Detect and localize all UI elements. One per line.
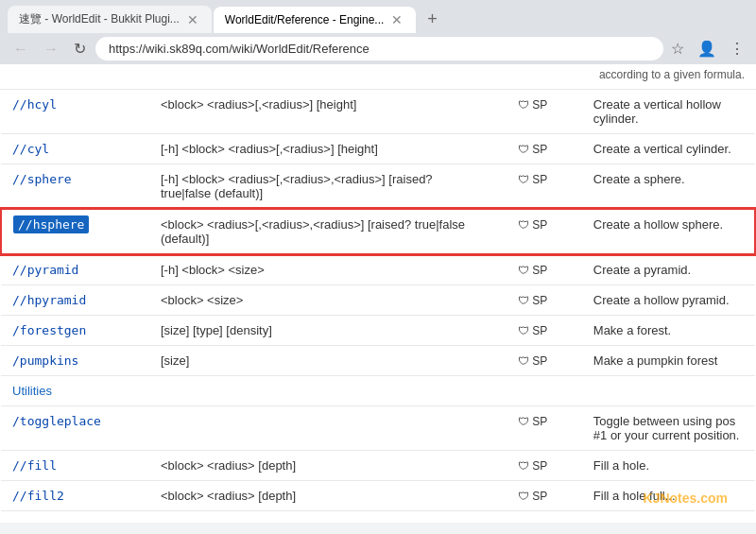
args-cell [149, 406, 483, 451]
perm-badge: 🛡 SP [518, 415, 547, 428]
desc-cell-highlighted: Create a hollow sphere. [582, 209, 755, 254]
profile-icon[interactable]: 👤 [694, 38, 720, 60]
new-tab-button[interactable]: + [418, 6, 447, 33]
toolbar-icons: ☆ 👤 ⋮ [667, 38, 748, 60]
cmd-cell: /forestgen [1, 316, 149, 346]
args-cell: <block> <radius> [depth] [149, 481, 483, 511]
perm-cell: 🛡 SP [483, 346, 582, 376]
cmd-cell: //cyl [1, 134, 149, 164]
cmd-link[interactable]: //fill [12, 458, 57, 473]
top-fade-section: according to a given formula. [0, 64, 756, 90]
perm-badge: 🛡 SP [518, 459, 547, 473]
cmd-cell: //pyramid [1, 254, 149, 285]
tab-2-title: WorldEdit/Reference - Engine... [225, 13, 385, 26]
watermark: KJNotes.com [644, 491, 728, 506]
cmd-link[interactable]: //hcyl [12, 97, 57, 112]
back-button[interactable]: ← [8, 39, 34, 60]
perm-cell: 🛡 SP [483, 254, 582, 285]
perm-cell: 🛡 SP [483, 481, 582, 511]
desc-cell: Create a sphere. [582, 164, 755, 210]
cmd-cell: /pumpkins [1, 346, 149, 376]
perm-cell: 🛡 SP [483, 451, 582, 481]
table-row: //sphere [-h] <block> <radius>[,<radius>… [1, 164, 755, 210]
cmd-cell: //sphere [1, 164, 149, 210]
address-bar: ← → ↻ ☆ 👤 ⋮ [0, 33, 756, 64]
tab-1-close[interactable]: ✕ [185, 12, 200, 27]
table-row: //fill <block> <radius> [depth] 🛡 SP Fil… [1, 451, 755, 481]
perm-badge: 🛡 SP [518, 143, 547, 156]
cmd-cell: //fill [1, 451, 149, 481]
perm-badge: 🛡 SP [518, 218, 547, 232]
desc-cell: Toggle between using pos #1 or your curr… [582, 406, 755, 451]
perm-cell: 🛡 SP [483, 134, 582, 164]
tab-2[interactable]: WorldEdit/Reference - Engine... ✕ [214, 7, 417, 33]
args-cell: <block> <radius>[,<radius>] [height] [149, 90, 483, 134]
utilities-link[interactable]: Utilities [12, 384, 52, 398]
desc-cell: Make a forest. [582, 316, 755, 346]
perm-cell: 🛡 SP [483, 90, 582, 134]
desc-cell: Create a hollow pyramid. [582, 285, 755, 316]
table-row: //pyramid [-h] <block> <size> 🛡 SP Creat… [1, 254, 755, 285]
cmd-cell-highlighted: //hsphere [1, 209, 149, 254]
perm-badge: 🛡 SP [518, 324, 547, 337]
perm-badge: 🛡 SP [518, 490, 547, 503]
commands-table: //hcyl <block> <radius>[,<radius>] [heig… [0, 90, 756, 511]
tab-2-close[interactable]: ✕ [389, 12, 404, 27]
cmd-cell: //hpyramid [1, 285, 149, 316]
table-row: //fill2 <block> <radius> [depth] 🛡 SP Fi… [1, 481, 755, 511]
table-row: //hcyl <block> <radius>[,<radius>] [heig… [1, 90, 755, 134]
perm-cell: 🛡 SP [483, 316, 582, 346]
section-header-row: Utilities [1, 376, 755, 406]
args-cell: [-h] <block> <radius>[,<radius>] [height… [149, 134, 483, 164]
cmd-link[interactable]: //pyramid [12, 263, 78, 277]
perm-badge: 🛡 SP [518, 294, 547, 307]
perm-badge: 🛡 SP [518, 264, 547, 277]
browser-chrome: 速覽 - WorldEdit - Bukkit Plugi... ✕ World… [0, 0, 756, 64]
perm-cell: 🛡 SP [483, 164, 582, 210]
desc-cell: Create a vertical cylinder. [582, 134, 755, 164]
args-cell-highlighted: <block> <radius>[,<radius>,<radius>] [ra… [149, 209, 483, 254]
cmd-link[interactable]: //fill2 [12, 489, 64, 503]
perm-badge: 🛡 SP [518, 354, 547, 368]
url-input[interactable] [95, 37, 663, 60]
section-header: Utilities [1, 376, 755, 406]
args-cell: [-h] <block> <radius>[,<radius>,<radius>… [149, 164, 483, 210]
table-row: /pumpkins [size] 🛡 SP Make a pumpkin for… [1, 346, 755, 376]
table-row: /toggleplace 🛡 SP Toggle between using p… [1, 406, 755, 451]
menu-icon[interactable]: ⋮ [726, 38, 748, 60]
cmd-link[interactable]: /pumpkins [12, 353, 78, 368]
args-cell: [size] [149, 346, 483, 376]
top-fade-text: according to a given formula. [11, 68, 745, 81]
table-row: //cyl [-h] <block> <radius>[,<radius>] [… [1, 134, 755, 164]
perm-badge: 🛡 SP [518, 173, 547, 186]
args-cell: [size] [type] [density] [149, 316, 483, 346]
perm-cell-highlighted: 🛡 SP [483, 209, 582, 254]
cmd-cell: /toggleplace [1, 406, 149, 451]
desc-cell: Create a pyramid. [582, 254, 755, 285]
cmd-cell: //hcyl [1, 90, 149, 134]
table-row: //hpyramid <block> <size> 🛡 SP Create a … [1, 285, 755, 316]
args-cell: [-h] <block> <size> [149, 254, 483, 285]
cmd-link[interactable]: //hpyramid [12, 293, 86, 307]
perm-badge: 🛡 SP [518, 98, 547, 112]
table-row: /forestgen [size] [type] [density] 🛡 SP … [1, 316, 755, 346]
args-cell: <block> <size> [149, 285, 483, 316]
hsphere-row: //hsphere <block> <radius>[,<radius>,<ra… [1, 209, 755, 254]
hsphere-cmd-link[interactable]: //hsphere [13, 215, 89, 233]
cmd-cell: //fill2 [1, 481, 149, 511]
tab-1[interactable]: 速覽 - WorldEdit - Bukkit Plugi... ✕ [8, 6, 212, 33]
cmd-link[interactable]: /toggleplace [12, 414, 101, 428]
cmd-link[interactable]: //sphere [12, 172, 72, 186]
cmd-link[interactable]: /forestgen [12, 323, 86, 337]
cmd-link[interactable]: //cyl [12, 142, 49, 156]
desc-cell: Make a pumpkin forest [582, 346, 755, 376]
perm-cell: 🛡 SP [483, 285, 582, 316]
desc-cell: Fill a hole. [582, 451, 755, 481]
perm-cell: 🛡 SP [483, 406, 582, 451]
tab-bar: 速覽 - WorldEdit - Bukkit Plugi... ✕ World… [0, 0, 756, 33]
bookmark-icon[interactable]: ☆ [667, 38, 688, 60]
reload-button[interactable]: ↻ [68, 38, 92, 60]
forward-button[interactable]: → [38, 39, 64, 60]
desc-cell: Create a vertical hollow cylinder. [582, 90, 755, 134]
tab-1-title: 速覽 - WorldEdit - Bukkit Plugi... [19, 11, 180, 27]
